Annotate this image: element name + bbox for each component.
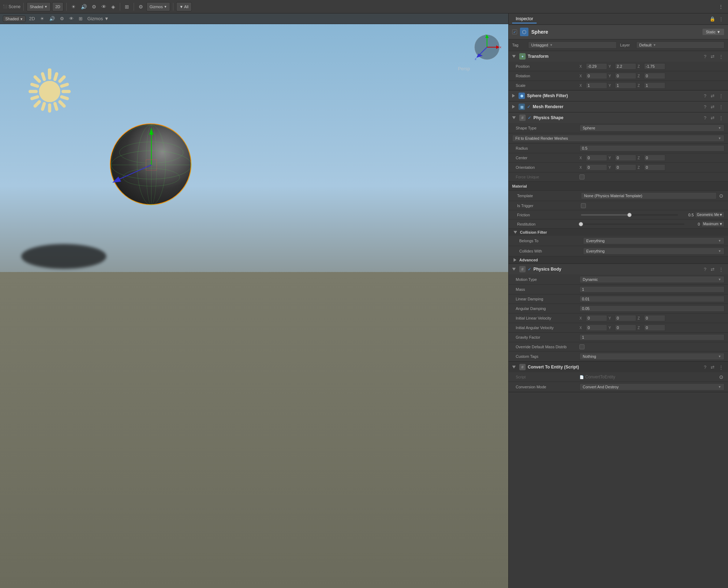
settings-icon[interactable]: ⚙	[137, 3, 145, 10]
iav-z-input[interactable]	[644, 324, 665, 331]
mesh-renderer-more-btn[interactable]: ⋮	[718, 104, 724, 110]
ilv-x-input[interactable]	[586, 315, 607, 321]
physics-shape-preset-btn[interactable]: ⇄	[710, 115, 716, 121]
more-options-icon[interactable]: ⋮	[717, 3, 725, 10]
rotation-x-input[interactable]	[586, 73, 607, 79]
script-pick-btn[interactable]: ⊙	[718, 374, 724, 380]
conversion-mode-dropdown[interactable]: Convert And Destroy ▼	[579, 383, 724, 390]
convert-entity-help-btn[interactable]: ?	[703, 364, 707, 370]
inspector-more-btn[interactable]: ⋮	[718, 16, 724, 22]
mesh-filter-preset-btn[interactable]: ⇄	[710, 93, 716, 99]
override-mass-checkbox[interactable]	[579, 344, 584, 349]
advanced-header[interactable]: Advanced	[509, 256, 728, 264]
custom-tags-dropdown[interactable]: Nothing ▼	[579, 353, 724, 360]
scene-fx-btn[interactable]: ⚙	[58, 15, 66, 22]
template-dropdown[interactable]: None (Physics Material Template)	[581, 192, 717, 199]
physics-shape-help-btn[interactable]: ?	[703, 115, 707, 121]
position-x-input[interactable]	[586, 63, 607, 70]
convert-entity-preset-btn[interactable]: ⇄	[710, 364, 716, 370]
inspector-body[interactable]: ⬡ Static ▼ Tag Untagged ▼ Layer Default …	[509, 25, 728, 588]
rotation-y-input[interactable]	[615, 73, 636, 79]
iav-y-input[interactable]	[615, 324, 636, 331]
transform-header[interactable]: ✦ Transform ? ⇄ ⋮	[509, 51, 728, 62]
is-trigger-checkbox[interactable]	[581, 203, 586, 208]
mesh-renderer-header[interactable]: ▦ ✓ Mesh Renderer ? ⇄ ⋮	[509, 101, 728, 112]
physics-shape-more-btn[interactable]: ⋮	[718, 115, 724, 121]
scene-shade-dropdown[interactable]: Shaded ▼	[3, 16, 26, 22]
scene-gizmos-btn[interactable]: Gizmos ▼	[86, 15, 111, 22]
shape-type-dropdown[interactable]: Sphere ▼	[579, 124, 724, 132]
scale-z-input[interactable]	[644, 82, 665, 89]
template-pick-btn[interactable]: ⊙	[718, 193, 724, 199]
orientation-gizmo[interactable]: Y X Z	[473, 33, 501, 61]
orient-z-input[interactable]	[644, 164, 665, 171]
rotation-z-input[interactable]	[644, 73, 665, 79]
center-y-input[interactable]	[615, 155, 636, 161]
physics-body-preset-btn[interactable]: ⇄	[710, 266, 716, 272]
scene-grid-btn[interactable]: ⊞	[77, 15, 84, 22]
restitution-mode-dropdown[interactable]: Maximum ▼	[701, 221, 724, 227]
angular-damping-input[interactable]	[579, 305, 724, 312]
iav-x-input[interactable]	[586, 324, 607, 331]
friction-slider[interactable]	[581, 214, 678, 216]
ilv-z-input[interactable]	[644, 315, 665, 321]
belongs-to-dropdown[interactable]: Everything ▼	[583, 237, 724, 244]
transform-help-btn[interactable]: ?	[703, 54, 707, 60]
transform-more-btn[interactable]: ⋮	[718, 54, 724, 60]
orient-x-input[interactable]	[586, 164, 607, 171]
scale-y-input[interactable]	[615, 82, 636, 89]
tag-dropdown[interactable]: Untagged ▼	[528, 41, 617, 49]
hidden-icon[interactable]: 👁	[100, 3, 108, 10]
physics-shape-checkbox[interactable]: ✓	[528, 115, 531, 120]
center-x-input[interactable]	[586, 155, 607, 161]
gizmos-btn[interactable]: Gizmos ▼	[146, 2, 170, 11]
scene-view[interactable]: Shaded ▼ 2D ☀ 🔊 ⚙ 👁 ⊞ Gizmos ▼	[0, 13, 508, 588]
all-btn[interactable]: ▼ All	[176, 2, 192, 11]
mass-input[interactable]	[579, 286, 724, 293]
mode-2d-btn[interactable]: 2D	[52, 2, 63, 11]
physics-shape-header[interactable]: # ✓ Physics Shape ? ⇄ ⋮	[509, 112, 728, 123]
inspector-lock-btn[interactable]: 🔒	[709, 16, 716, 22]
physics-body-more-btn[interactable]: ⋮	[718, 266, 724, 272]
linear-damping-input[interactable]	[579, 296, 724, 302]
mesh-renderer-help-btn[interactable]: ?	[703, 104, 707, 110]
physics-body-checkbox[interactable]: ✓	[528, 267, 531, 272]
layer-dropdown[interactable]: Default ▼	[636, 41, 725, 49]
shade-mode-dropdown[interactable]: Shaded ▼	[27, 2, 51, 11]
scene-2d-btn[interactable]: 2D	[28, 15, 37, 22]
inspector-tab[interactable]: Inspector	[512, 15, 537, 23]
mesh-renderer-checkbox[interactable]: ✓	[527, 104, 531, 109]
ilv-y-input[interactable]	[615, 315, 636, 321]
scene-light-btn[interactable]: ☀	[39, 15, 46, 22]
collision-filter-header[interactable]: Collision Filter	[509, 229, 728, 236]
audio-icon[interactable]: 🔊	[79, 3, 89, 10]
transform-preset-btn[interactable]: ⇄	[710, 54, 716, 60]
static-dropdown-btn[interactable]: Static ▼	[702, 28, 724, 35]
position-z-input[interactable]	[644, 63, 665, 70]
friction-mode-dropdown[interactable]: Geometric Me▼	[695, 212, 724, 218]
force-unique-checkbox[interactable]	[579, 174, 584, 179]
convert-entity-header[interactable]: # Convert To Entity (Script) ? ⇄ ⋮	[509, 362, 728, 372]
convert-entity-more-btn[interactable]: ⋮	[718, 364, 724, 370]
mesh-filter-header[interactable]: ⬢ Sphere (Mesh Filter) ? ⇄ ⋮	[509, 90, 728, 101]
physics-body-help-btn[interactable]: ?	[703, 266, 707, 272]
scale-x-input[interactable]	[586, 82, 607, 89]
grid-icon[interactable]: ⊞	[123, 3, 131, 10]
orient-y-input[interactable]	[615, 164, 636, 171]
object-name-field[interactable]	[531, 29, 699, 35]
overlay-icon[interactable]: ◈	[110, 3, 117, 10]
effects-icon[interactable]: ⚙	[90, 3, 98, 10]
radius-input[interactable]	[579, 145, 724, 151]
collides-with-dropdown[interactable]: Everything ▼	[583, 248, 724, 255]
mesh-filter-more-btn[interactable]: ⋮	[718, 93, 724, 99]
mesh-renderer-preset-btn[interactable]: ⇄	[710, 104, 716, 110]
mesh-filter-help-btn[interactable]: ?	[703, 93, 707, 99]
motion-type-dropdown[interactable]: Dynamic ▼	[579, 276, 724, 283]
restitution-slider[interactable]	[581, 223, 684, 225]
physics-body-header[interactable]: # ✓ Physics Body ? ⇄ ⋮	[509, 264, 728, 274]
object-active-checkbox[interactable]	[512, 29, 517, 34]
gravity-factor-input[interactable]	[579, 334, 724, 340]
center-z-input[interactable]	[644, 155, 665, 161]
lighting-icon[interactable]: ☀	[69, 3, 78, 10]
position-y-input[interactable]	[615, 63, 636, 70]
